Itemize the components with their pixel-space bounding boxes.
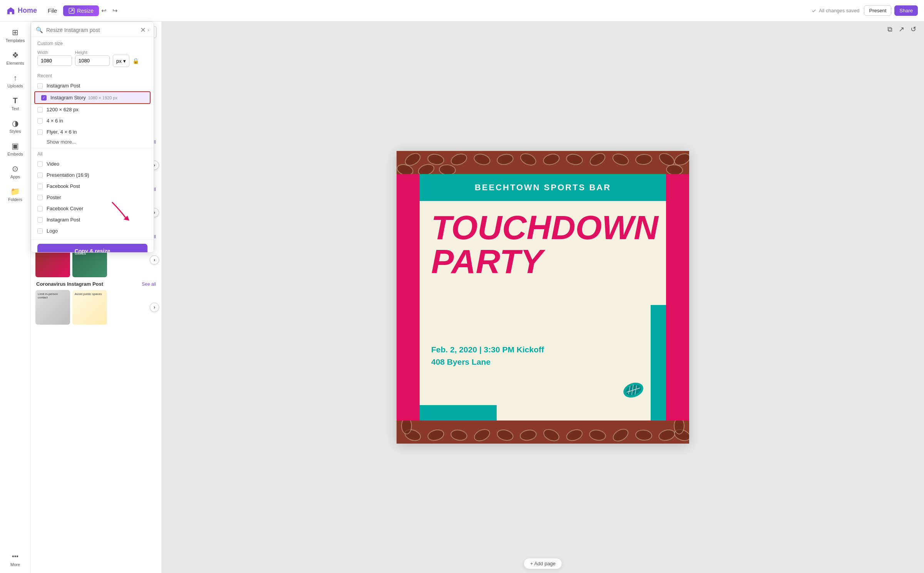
covid-ig-list: Limit in-person contact Avoid public spa… [31, 288, 161, 326]
covid-scroll-right[interactable]: › [150, 303, 159, 312]
canvas-right-accent [651, 305, 666, 421]
option-facebook-post[interactable]: Facebook Post [31, 181, 154, 192]
show-more-recent[interactable]: Show more... [31, 137, 154, 146]
lock-icon[interactable]: 🔒 [132, 58, 139, 64]
sidebar-item-embeds[interactable]: ▣ Embeds [2, 138, 29, 159]
option-instagram-post[interactable]: Instagram Post [31, 80, 154, 91]
canvas-left-border [397, 174, 420, 421]
custom-size-label: Custom size [37, 41, 147, 46]
covid-ig-title: Coronavirus Instagram Post [36, 281, 103, 287]
embeds-label: Embeds [7, 152, 23, 156]
width-label: Width [37, 50, 72, 55]
canvas-right-border [666, 174, 689, 421]
option-4x6[interactable]: 4 × 6 in [31, 115, 154, 126]
resize-search-row: 🔍 ✕ › [31, 22, 154, 37]
canvas-share-button[interactable]: ↗ [897, 23, 906, 35]
folders-label: Folders [8, 197, 22, 202]
option-presentation[interactable]: Presentation (16:9) [31, 169, 154, 181]
all-section-label: All [31, 148, 154, 158]
redo-button[interactable]: ↪ [110, 5, 120, 16]
undo-redo-group: ↩ ↪ [99, 5, 120, 16]
canvas-area: ⧉ ↗ ↺ [162, 22, 924, 573]
design-canvas: BEECHTOWN SPORTS BAR TOUCHDOWN PARTY Feb… [397, 151, 689, 444]
recent-label: Recent [31, 71, 154, 80]
app-body: ⊞ Templates ❖ Elements ↑ Uploads T Text … [0, 22, 924, 573]
add-page-button[interactable]: + Add page [524, 558, 562, 569]
canvas-venue-bar: BEECHTOWN SPORTS BAR [420, 174, 666, 201]
resize-action-section: Copy & resize Resize [31, 240, 154, 253]
sidebar-item-apps[interactable]: ⊙ Apps [2, 161, 29, 182]
sidebar-item-uploads[interactable]: ↑ Uploads [2, 70, 29, 91]
width-group: Width [37, 50, 72, 66]
more-icon: ••• [11, 552, 20, 561]
covid-ig-see-all[interactable]: See all [142, 281, 156, 287]
embeds-icon: ▣ [11, 141, 20, 151]
option-instagram-post-2[interactable]: Instagram Post [31, 214, 154, 225]
sidebar-item-styles[interactable]: ◑ Styles [2, 116, 29, 137]
home-label: Home [18, 7, 37, 15]
resize-search-input[interactable] [46, 27, 139, 33]
covid-ig-card-2[interactable]: Avoid public spaces [72, 290, 107, 325]
canvas-bottom-teal [420, 405, 497, 421]
facebook-cover-checkbox[interactable] [37, 206, 43, 211]
instagram-story-checkbox[interactable] [41, 95, 47, 101]
undo-button[interactable]: ↩ [99, 5, 109, 16]
unit-selector[interactable]: px ▾ [113, 55, 129, 67]
4x6-checkbox[interactable] [37, 118, 43, 124]
icon-sidebar: ⊞ Templates ❖ Elements ↑ Uploads T Text … [0, 22, 31, 573]
height-input[interactable] [75, 55, 110, 66]
resize-close-button[interactable]: ✕ [139, 26, 147, 34]
instagram-post2-checkbox[interactable] [37, 217, 43, 223]
option-instagram-story[interactable]: Instagram Story 1080 × 1920 px [34, 91, 151, 104]
option-poster[interactable]: Poster [31, 192, 154, 203]
text-icon: T [11, 96, 20, 105]
canvas-date: Feb. 2, 2020 | 3:30 PM Kickoff [431, 343, 544, 356]
sidebar-item-text[interactable]: T Text [2, 93, 29, 114]
covid-ig-card-1[interactable]: Limit in-person contact [35, 290, 70, 325]
apps-label: Apps [10, 174, 20, 179]
facebook-post-checkbox[interactable] [37, 184, 43, 189]
sports-scroll-right[interactable]: › [150, 255, 159, 265]
resize-search-icon: 🔍 [36, 27, 43, 34]
save-status: All changes saved [811, 8, 860, 13]
1200x628-checkbox[interactable] [37, 107, 43, 112]
canvas-toolbar: ⧉ ↗ ↺ [162, 22, 924, 37]
custom-size-section: Custom size Width Height px ▾ 🔒 [31, 37, 154, 71]
sidebar-item-more[interactable]: ••• More [2, 549, 29, 570]
apps-icon: ⊙ [11, 164, 20, 173]
sidebar-item-templates[interactable]: ⊞ Templates [2, 25, 29, 46]
styles-icon: ◑ [11, 119, 20, 128]
height-label: Height [75, 50, 110, 55]
option-flyer[interactable]: Flyer, 4 × 6 in [31, 126, 154, 137]
height-group: Height [75, 50, 110, 66]
option-video[interactable]: Video [31, 158, 154, 169]
present-button[interactable]: Present [864, 5, 891, 16]
option-logo[interactable]: Logo [31, 225, 154, 236]
canvas-venue-text: BEECHTOWN SPORTS BAR [475, 183, 611, 193]
option-facebook-cover[interactable]: Facebook Cover [31, 203, 154, 214]
home-button[interactable]: Home [6, 6, 37, 15]
instagram-post-checkbox[interactable] [37, 83, 43, 89]
sidebar-item-elements[interactable]: ❖ Elements [2, 47, 29, 69]
more-label: More [10, 562, 20, 567]
poster-checkbox[interactable] [37, 195, 43, 200]
width-input[interactable] [37, 55, 72, 66]
copy-resize-button[interactable]: Copy & resize [37, 244, 147, 253]
text-label: Text [11, 106, 19, 111]
canvas-event-details: Feb. 2, 2020 | 3:30 PM Kickoff 408 Byers… [431, 343, 544, 368]
templates-label: Templates [5, 38, 25, 43]
option-1200x628[interactable]: 1200 × 628 px [31, 104, 154, 115]
share-button[interactable]: Share [894, 5, 918, 16]
canvas-zoom-button[interactable]: ↺ [909, 23, 918, 35]
canvas-duplicate-button[interactable]: ⧉ [886, 24, 894, 35]
sidebar-item-folders[interactable]: 📁 Folders [2, 184, 29, 205]
file-menu[interactable]: File [45, 6, 60, 15]
resize-button[interactable]: Resize [63, 5, 99, 16]
flyer-checkbox[interactable] [37, 129, 43, 135]
video-checkbox[interactable] [37, 161, 43, 167]
resize-dropdown: 🔍 ✕ › Custom size Width Height px ▾ [31, 22, 154, 253]
presentation-checkbox[interactable] [37, 173, 43, 178]
covid-ig-header: Coronavirus Instagram Post See all [31, 279, 161, 288]
uploads-label: Uploads [7, 84, 23, 88]
logo-checkbox[interactable] [37, 228, 43, 234]
